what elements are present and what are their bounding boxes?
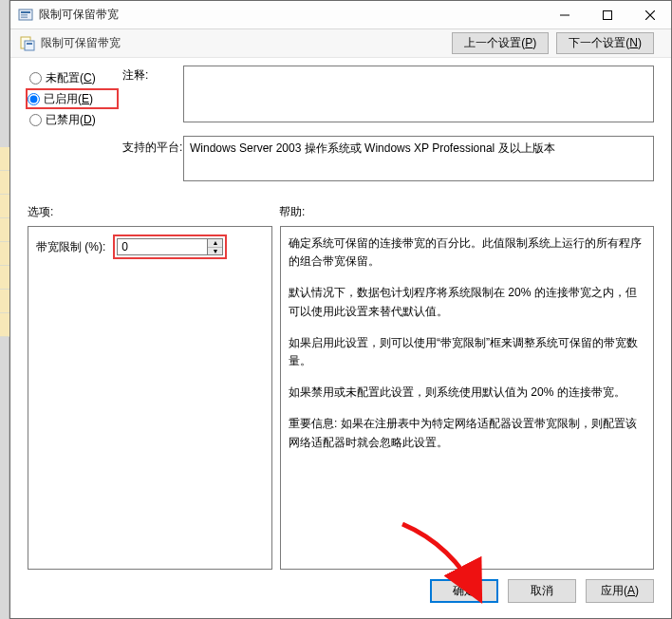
close-button[interactable]	[628, 1, 671, 28]
help-paragraph: 如果启用此设置，则可以使用“带宽限制”框来调整系统可保留的带宽数量。	[289, 334, 645, 370]
dialog-body: 未配置(C) 已启用(E) 已禁用(D) 注释: 支持的平台: Windows	[10, 58, 671, 618]
footer-buttons: 确定 取消 应用(A)	[28, 570, 654, 609]
options-section-label: 选项:	[28, 204, 279, 220]
help-paragraph: 如果禁用或未配置此设置，则系统使用默认值为 20% 的连接带宽。	[289, 384, 645, 402]
bandwidth-limit-input[interactable]	[117, 238, 208, 255]
cancel-button[interactable]: 取消	[508, 579, 576, 603]
apply-button[interactable]: 应用(A)	[586, 579, 654, 603]
next-setting-button[interactable]: 下一个设置(N)	[556, 32, 654, 54]
options-pane: 带宽限制 (%): ▲ ▼	[28, 226, 272, 570]
platform-label: 支持的平台:	[122, 130, 179, 156]
svg-rect-7	[27, 43, 32, 45]
bandwidth-limit-label: 带宽限制 (%):	[36, 239, 105, 255]
radio-enabled[interactable]: 已启用(E)	[26, 88, 119, 109]
svg-rect-4	[603, 10, 611, 19]
radio-enabled-input[interactable]	[28, 93, 40, 105]
window-title: 限制可保留带宽	[39, 7, 119, 23]
spinner-up-icon[interactable]: ▲	[208, 239, 222, 248]
help-section-label: 帮助:	[279, 204, 305, 220]
state-radio-group: 未配置(C) 已启用(E) 已禁用(D)	[28, 66, 119, 130]
supported-platform-text: Windows Server 2003 操作系统或 Windows XP Pro…	[190, 141, 555, 155]
background-window-sliver	[0, 0, 9, 619]
help-paragraph: 确定系统可保留的连接带宽的百分比。此值限制系统上运行的所有程序的组合带宽保留。	[289, 234, 645, 271]
note-label: 注释:	[122, 66, 179, 84]
svg-rect-1	[21, 11, 30, 13]
svg-rect-3	[21, 16, 28, 18]
help-paragraph: 重要信息: 如果在注册表中为特定网络适配器设置带宽限制，则配置该网络适配器时就会…	[289, 415, 645, 451]
policy-icon	[18, 8, 33, 23]
radio-not-configured-input[interactable]	[29, 72, 42, 84]
radio-enabled-label: 已启用(E)	[44, 91, 93, 107]
policy-doc-icon	[20, 36, 35, 51]
titlebar: 限制可保留带宽	[10, 1, 671, 29]
policy-name: 限制可保留带宽	[41, 35, 121, 51]
radio-disabled-label: 已禁用(D)	[46, 112, 96, 128]
supported-platform-box: Windows Server 2003 操作系统或 Windows XP Pro…	[183, 136, 654, 181]
svg-rect-2	[21, 14, 28, 16]
bandwidth-limit-highlight: ▲ ▼	[113, 234, 227, 259]
note-textarea[interactable]	[183, 66, 654, 122]
radio-disabled-input[interactable]	[29, 114, 42, 126]
bandwidth-spinner[interactable]: ▲ ▼	[208, 238, 223, 255]
radio-disabled[interactable]: 已禁用(D)	[28, 109, 119, 130]
policy-dialog: 限制可保留带宽 限制可保留带宽 上一个设置(P)	[9, 0, 672, 619]
radio-not-configured[interactable]: 未配置(C)	[28, 67, 119, 88]
spinner-down-icon[interactable]: ▼	[208, 248, 222, 255]
previous-setting-button[interactable]: 上一个设置(P)	[452, 32, 549, 54]
dialog-content: 限制可保留带宽 上一个设置(P) 下一个设置(N) 未配置(C)	[10, 29, 671, 618]
radio-not-configured-label: 未配置(C)	[46, 70, 96, 86]
ok-button[interactable]: 确定	[430, 579, 498, 603]
minimize-button[interactable]	[543, 1, 586, 28]
help-paragraph: 默认情况下，数据包计划程序将系统限制在 20% 的连接带宽之内，但可以使用此设置…	[289, 284, 645, 320]
maximize-button[interactable]	[586, 1, 628, 28]
header-strip: 限制可保留带宽 上一个设置(P) 下一个设置(N)	[10, 29, 671, 58]
help-pane: 确定系统可保留的连接带宽的百分比。此值限制系统上运行的所有程序的组合带宽保留。 …	[280, 226, 654, 570]
svg-rect-6	[25, 41, 34, 50]
